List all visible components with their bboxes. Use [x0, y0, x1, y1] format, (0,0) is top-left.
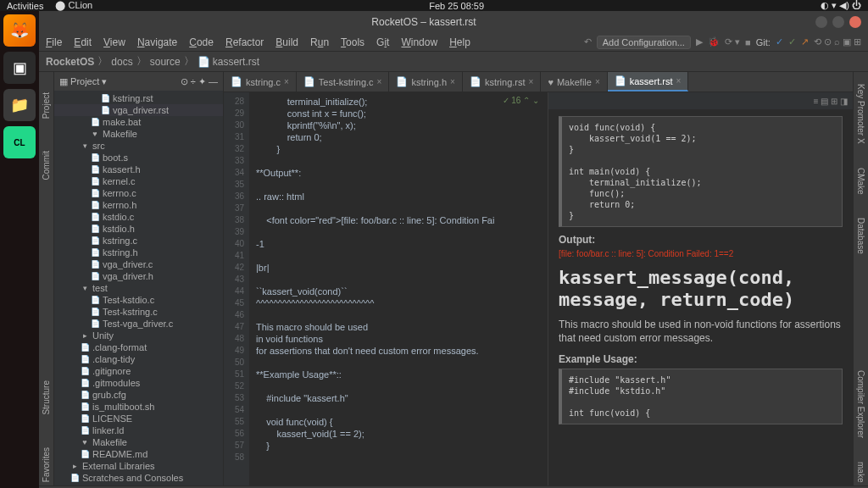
tree-row[interactable]: 📄linker.ld: [54, 424, 223, 436]
preview-panel: ≡ ▤ ⊞ ◨ void func(void) { kassert_void(1…: [548, 92, 853, 485]
tree-row[interactable]: 📄kerrno.h: [54, 199, 223, 211]
tree-row[interactable]: ♥Makefile: [54, 128, 223, 140]
ide-menubar: File Edit View Navigate Code Refactor Bu…: [39, 33, 868, 52]
tree-row[interactable]: 📄.gitmodules: [54, 377, 223, 389]
tree-row[interactable]: 📄kstdio.c: [54, 211, 223, 223]
editor-tab[interactable]: 📄 kassert.rst ×: [608, 72, 689, 92]
tree-row[interactable]: ▸External Libraries: [54, 460, 223, 472]
editor-tab[interactable]: ♥ Makefile ×: [541, 72, 607, 92]
tool-cmake[interactable]: CMake: [856, 164, 865, 198]
window-close[interactable]: [849, 16, 861, 28]
breadcrumb[interactable]: source: [150, 56, 181, 68]
menu-file[interactable]: File: [46, 36, 62, 48]
dock-files[interactable]: 📁: [3, 89, 36, 121]
window-minimize[interactable]: [815, 16, 827, 28]
tree-row[interactable]: 📄.clang-format: [54, 341, 223, 353]
dock-firefox[interactable]: 🦊: [3, 14, 36, 47]
menu-tools[interactable]: Tools: [341, 36, 364, 48]
project-settings-icon[interactable]: ⊙ ÷ ✦ —: [181, 76, 218, 87]
editor-tab[interactable]: 📄 kstring.rst ×: [463, 72, 542, 92]
gnome-topbar: Activities ⬤ CLion Feb 25 08:59 ◐ ▾ ◀) ⏻: [0, 0, 868, 11]
tool-keypromoter[interactable]: Key Promoter X: [856, 80, 865, 147]
editor-tab[interactable]: 📄 kstring.c ×: [224, 72, 297, 92]
tree-row[interactable]: 📄.gitignore: [54, 365, 223, 377]
editor-tabs: 📄 kstring.c ×📄 Test-kstring.c ×📄 kstring…: [224, 72, 853, 92]
line-gutter: 28 29 30 31 32 33 34 35 36 37 38 39 40 4…: [224, 92, 249, 485]
tree-row[interactable]: 📄boot.s: [54, 152, 223, 164]
tree-row[interactable]: 📄kerrno.c: [54, 187, 223, 199]
tree-row[interactable]: 📄kstdio.h: [54, 223, 223, 235]
preview-toolbar[interactable]: ≡ ▤ ⊞ ◨: [814, 97, 848, 106]
tool-commit[interactable]: Commit: [42, 147, 51, 183]
breadcrumb[interactable]: 📄 kassert.rst: [198, 56, 259, 68]
tool-project[interactable]: Project: [42, 89, 51, 122]
project-tree[interactable]: 📄kstring.rst📄vga_driver.rst📄make.bat♥Mak…: [54, 91, 223, 485]
project-dropdown[interactable]: ▦ Project ▾: [59, 76, 107, 87]
breadcrumb[interactable]: RocketOS: [46, 56, 94, 68]
tree-row[interactable]: 📄kstring.c: [54, 235, 223, 247]
preview-code-block: void func(void) { kassert_void(1 == 2); …: [559, 116, 843, 227]
activities[interactable]: Activities: [7, 1, 43, 11]
preview-error-line: [file: foo/bar.c :: line: 5]: Condition …: [559, 249, 843, 258]
menu-run[interactable]: Run: [310, 36, 329, 48]
tree-row[interactable]: 📄kassert.h: [54, 164, 223, 175]
tree-row[interactable]: 📄Test-kstdio.c: [54, 294, 223, 306]
tree-row[interactable]: 📄kstring.rst: [54, 92, 223, 104]
menu-window[interactable]: Window: [401, 36, 437, 48]
tree-row[interactable]: 📄grub.cfg: [54, 389, 223, 401]
preview-example-label: Example Usage:: [559, 353, 843, 365]
menu-help[interactable]: Help: [449, 36, 470, 48]
tree-row[interactable]: 📄vga_driver.rst: [54, 104, 223, 116]
left-tool-gutter: Project Commit Structure Favorites: [39, 72, 54, 485]
tool-structure[interactable]: Structure: [42, 377, 51, 419]
tree-row[interactable]: 📄LICENSE: [54, 413, 223, 424]
tool-compiler-explorer[interactable]: Compiler Explorer: [856, 367, 865, 441]
tree-row[interactable]: 📄vga_driver.c: [54, 258, 223, 270]
ubuntu-dock: 🦊 ▣ 📁 CL ⋮⋮⋮: [0, 11, 39, 488]
tool-favorites[interactable]: Favorites: [42, 444, 51, 485]
menu-view[interactable]: View: [103, 36, 125, 48]
tree-row[interactable]: 📄kernel.c: [54, 175, 223, 187]
menu-navigate[interactable]: Navigate: [137, 36, 177, 48]
code-editor[interactable]: ✓ 16 ⌃ ⌄ 28 29 30 31 32 33 34 35 36 37 3…: [224, 92, 548, 485]
menu-refactor[interactable]: Refactor: [225, 36, 264, 48]
tree-row[interactable]: ▸Unity: [54, 330, 223, 341]
window-titlebar: RocketOS – kassert.rst: [39, 11, 868, 33]
tree-row[interactable]: 📄make.bat: [54, 116, 223, 128]
editor-tab[interactable]: 📄 kstring.h ×: [389, 72, 462, 92]
preview-desc: This macro should be used in non-void fu…: [559, 318, 843, 345]
topbar-app[interactable]: ⬤ CLion: [55, 0, 92, 11]
inspection-hint[interactable]: ✓ 16 ⌃ ⌄: [503, 96, 539, 105]
dock-clion[interactable]: CL: [3, 126, 36, 158]
window-title: RocketOS – kassert.rst: [39, 16, 809, 28]
tree-row[interactable]: 📄README.md: [54, 448, 223, 460]
menu-code[interactable]: Code: [189, 36, 214, 48]
debug-icon[interactable]: 🐞: [708, 36, 720, 47]
tree-row[interactable]: 📄is_multiboot.sh: [54, 401, 223, 413]
tool-make[interactable]: make: [856, 458, 865, 485]
add-configuration[interactable]: Add Configuration...: [597, 36, 691, 49]
right-tool-gutter: Key Promoter X CMake Database Compiler E…: [853, 72, 868, 485]
tree-row[interactable]: ♥Makefile: [54, 436, 223, 448]
menu-edit[interactable]: Edit: [74, 36, 92, 48]
menu-build[interactable]: Build: [275, 36, 298, 48]
menu-git[interactable]: Git: [376, 36, 389, 48]
topbar-status-icons[interactable]: ◐ ▾ ◀) ⏻: [821, 0, 861, 11]
tree-row[interactable]: 📄Scratches and Consoles: [54, 472, 223, 484]
breadcrumb-bar: RocketOS〉 docs〉 source〉 📄 kassert.rst: [39, 52, 868, 72]
tree-row[interactable]: 📄Test-kstring.c: [54, 306, 223, 318]
tool-database[interactable]: Database: [856, 214, 865, 258]
breadcrumb[interactable]: docs: [111, 56, 132, 68]
topbar-clock: Feb 25 08:59: [429, 1, 484, 11]
tree-row[interactable]: 📄vga_driver.h: [54, 270, 223, 282]
window-maximize[interactable]: [832, 16, 844, 28]
editor-tab[interactable]: 📄 Test-kstring.c ×: [297, 72, 390, 92]
tree-row[interactable]: ▾src: [54, 140, 223, 152]
tree-row[interactable]: 📄Test-vga_driver.c: [54, 318, 223, 330]
preview-code-block: #include "kassert.h" #include "kstdio.h"…: [559, 369, 843, 424]
run-icon[interactable]: ▶: [696, 36, 703, 47]
tree-row[interactable]: 📄kstring.h: [54, 247, 223, 258]
dock-terminal[interactable]: ▣: [3, 52, 36, 84]
tree-row[interactable]: ▾test: [54, 282, 223, 294]
tree-row[interactable]: 📄.clang-tidy: [54, 353, 223, 365]
